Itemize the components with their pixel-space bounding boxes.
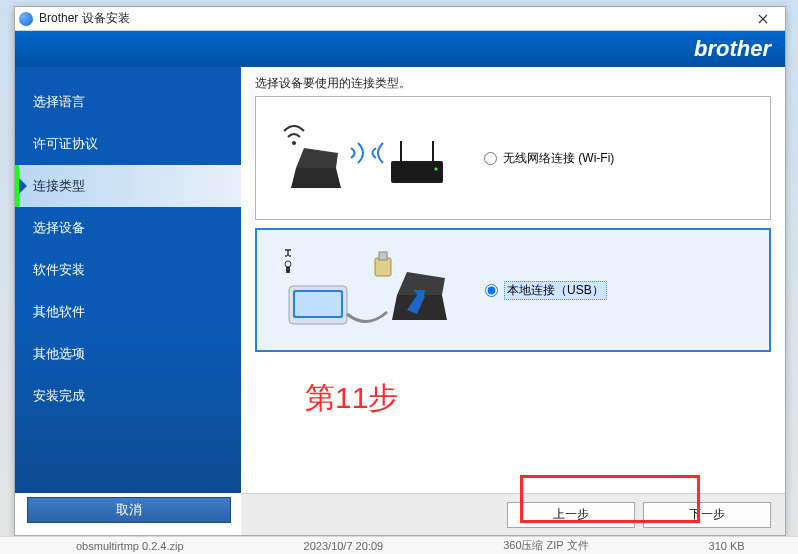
content-prompt: 选择设备要使用的连接类型。 (255, 75, 771, 92)
file-name: obsmultirtmp 0.2.4.zip (76, 540, 184, 552)
usb-radio[interactable] (485, 284, 498, 297)
step-annotation: 第11步 (305, 378, 771, 419)
sidebar-item-language[interactable]: 选择语言 (15, 81, 241, 123)
file-date: 2023/10/7 20:09 (304, 540, 384, 552)
wifi-illustration-icon (266, 108, 466, 208)
svg-point-0 (292, 141, 296, 145)
close-button[interactable] (745, 8, 781, 30)
svg-point-4 (435, 168, 438, 171)
sidebar-item-connection[interactable]: 连接类型 (15, 165, 241, 207)
sidebar: 选择语言 许可证协议 连接类型 选择设备 软件安装 其他软件 其他选项 安装完成… (15, 67, 241, 493)
body: 选择语言 许可证协议 连接类型 选择设备 软件安装 其他软件 其他选项 安装完成… (15, 67, 785, 493)
usb-illustration-icon (267, 240, 467, 340)
cancel-button[interactable]: 取消 (27, 497, 231, 523)
wifi-radio[interactable] (484, 152, 497, 165)
file-type: 360压缩 ZIP 文件 (503, 538, 588, 553)
usb-radio-label[interactable]: 本地连接（USB） (485, 281, 607, 300)
file-size: 310 KB (709, 540, 745, 552)
wifi-radio-text: 无线网络连接 (Wi-Fi) (503, 150, 614, 167)
installer-window: Brother 设备安装 brother 选择语言 许可证协议 连接类型 选择设… (14, 6, 786, 536)
option-wifi[interactable]: 无线网络连接 (Wi-Fi) (255, 96, 771, 220)
svg-rect-10 (375, 258, 391, 276)
window-title: Brother 设备安装 (39, 10, 745, 27)
sidebar-item-license[interactable]: 许可证协议 (15, 123, 241, 165)
sidebar-item-software[interactable]: 软件安装 (15, 249, 241, 291)
titlebar: Brother 设备安装 (15, 7, 785, 31)
close-icon (758, 14, 768, 24)
svg-rect-9 (295, 292, 341, 316)
app-icon (19, 12, 33, 26)
next-button[interactable]: 下一步 (643, 502, 771, 528)
brand-logo: brother (694, 36, 771, 62)
svg-rect-6 (286, 267, 290, 273)
explorer-row: obsmultirtmp 0.2.4.zip 2023/10/7 20:09 3… (0, 536, 798, 554)
desktop: Brother 设备安装 brother 选择语言 许可证协议 连接类型 选择设… (0, 0, 798, 554)
svg-rect-11 (379, 252, 387, 260)
sidebar-item-other-software[interactable]: 其他软件 (15, 291, 241, 333)
usb-radio-text: 本地连接（USB） (504, 281, 607, 300)
option-usb[interactable]: 本地连接（USB） (255, 228, 771, 352)
wifi-radio-label[interactable]: 无线网络连接 (Wi-Fi) (484, 150, 614, 167)
svg-rect-1 (391, 161, 443, 183)
header-bar: brother (15, 31, 785, 67)
content-panel: 选择设备要使用的连接类型。 (241, 67, 785, 493)
sidebar-item-device[interactable]: 选择设备 (15, 207, 241, 249)
footer-bar: 上一步 下一步 (241, 493, 785, 535)
sidebar-item-complete[interactable]: 安装完成 (15, 375, 241, 417)
sidebar-item-other-options[interactable]: 其他选项 (15, 333, 241, 375)
back-button[interactable]: 上一步 (507, 502, 635, 528)
svg-point-5 (285, 261, 291, 267)
